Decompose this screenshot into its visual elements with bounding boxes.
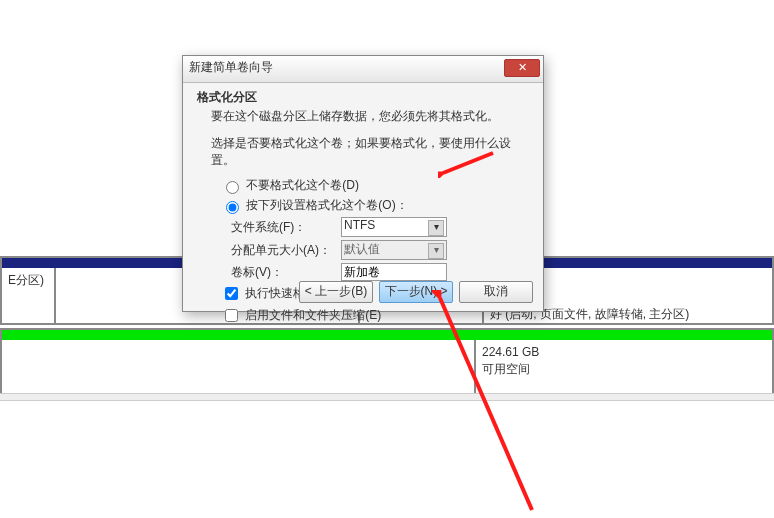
- row-volume-label: 卷标(V)：: [231, 263, 529, 281]
- filesystem-select[interactable]: NTFS ▾: [341, 217, 447, 237]
- radio-no-format-input[interactable]: [226, 181, 239, 194]
- row-allocation: 分配单元大小(A)： 默认值 ▾: [231, 240, 529, 260]
- close-icon: ✕: [518, 61, 527, 73]
- dialog-title: 新建简单卷向导: [189, 60, 273, 74]
- checkbox-compression-input[interactable]: [225, 309, 238, 322]
- checkbox-quick-format-input[interactable]: [225, 287, 238, 300]
- section-desc: 要在这个磁盘分区上储存数据，您必须先将其格式化。: [211, 108, 529, 125]
- chevron-down-icon: ▾: [428, 220, 444, 236]
- chevron-down-icon: ▾: [428, 243, 444, 259]
- instruction-text: 选择是否要格式化这个卷；如果要格式化，要使用什么设置。: [211, 135, 529, 169]
- dialog-titlebar[interactable]: 新建简单卷向导 ✕: [183, 56, 543, 83]
- back-button[interactable]: < 上一步(B): [299, 281, 373, 303]
- volume-label-input[interactable]: [341, 263, 447, 281]
- disk-header-cell: E分区): [2, 268, 54, 323]
- radio-format-input[interactable]: [226, 201, 239, 214]
- radio-no-format[interactable]: 不要格式化这个卷(D): [221, 177, 529, 194]
- radio-group: 不要格式化这个卷(D) 按下列设置格式化这个卷(O)：: [221, 177, 529, 214]
- allocation-label: 分配单元大小(A)：: [231, 242, 341, 259]
- volume-label-text: 卷标(V)：: [231, 264, 341, 281]
- close-button[interactable]: ✕: [504, 59, 540, 77]
- dialog-buttons: < 上一步(B) 下一步(N) > 取消: [299, 281, 533, 303]
- filesystem-label: 文件系统(F)：: [231, 219, 341, 236]
- radio-format[interactable]: 按下列设置格式化这个卷(O)：: [221, 197, 529, 214]
- stripe-green: [2, 330, 772, 340]
- checkbox-compression[interactable]: 启用文件和文件夹压缩(E): [221, 306, 529, 325]
- next-button[interactable]: 下一步(N) >: [379, 281, 453, 303]
- row-filesystem: 文件系统(F)： NTFS ▾: [231, 217, 529, 237]
- wizard-dialog: 新建简单卷向导 ✕ 格式化分区 要在这个磁盘分区上储存数据，您必须先将其格式化。…: [182, 55, 544, 312]
- unallocated-hidden[interactable]: [2, 340, 474, 395]
- cancel-button[interactable]: 取消: [459, 281, 533, 303]
- disk-map-unallocated: 224.61 GB 可用空间: [0, 328, 774, 397]
- section-title: 格式化分区: [197, 89, 529, 106]
- unallocated-free[interactable]: 224.61 GB 可用空间: [474, 340, 772, 395]
- allocation-select[interactable]: 默认值 ▾: [341, 240, 447, 260]
- divider: [0, 393, 774, 401]
